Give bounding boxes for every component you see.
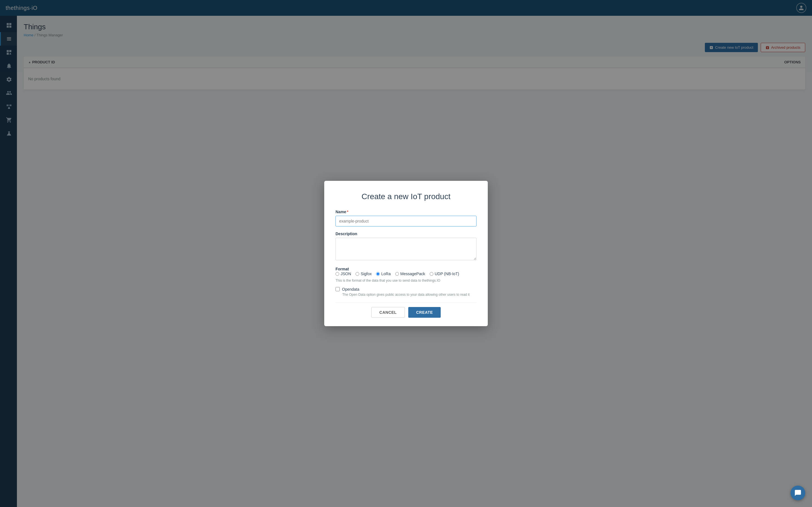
opendata-checkbox[interactable] [336, 287, 340, 291]
name-field-group: Name* [336, 210, 476, 226]
format-udp-radio[interactable] [430, 272, 434, 276]
format-label: Format [336, 267, 349, 271]
create-button[interactable]: CREATE [408, 307, 441, 318]
cancel-button[interactable]: CANCEL [371, 307, 405, 318]
name-input[interactable] [336, 216, 476, 226]
description-field-group: Description [336, 231, 476, 262]
modal-overlay: Create a new IoT product Name* Descripti… [0, 0, 812, 507]
chat-button[interactable] [791, 486, 805, 500]
format-hint: This is the format of the data that you … [336, 279, 476, 283]
description-label: Description [336, 231, 476, 236]
format-sigfox[interactable]: Sigfox [356, 272, 371, 276]
format-json[interactable]: JSON [336, 272, 351, 276]
format-messagepack-radio[interactable] [395, 272, 399, 276]
format-udp-nb-iot[interactable]: UDP (NB-IoT) [430, 272, 459, 276]
name-label: Name* [336, 210, 476, 214]
format-sigfox-radio[interactable] [356, 272, 359, 276]
format-lora[interactable]: LoRa [376, 272, 391, 276]
opendata-section: Opendata The Open Data option gives publ… [336, 287, 476, 297]
opendata-hint: The Open Data option gives public access… [342, 293, 476, 297]
format-json-radio[interactable] [336, 272, 339, 276]
opendata-checkbox-label[interactable]: Opendata [336, 287, 476, 291]
modal-footer: CANCEL CREATE [336, 302, 476, 318]
format-messagepack[interactable]: MessagePack [395, 272, 425, 276]
description-input[interactable] [336, 238, 476, 260]
create-product-modal: Create a new IoT product Name* Descripti… [324, 181, 488, 326]
format-options: JSON Sigfox LoRa MessagePack UDP (NB-IoT… [336, 272, 459, 276]
format-lora-radio[interactable] [376, 272, 380, 276]
modal-title: Create a new IoT product [336, 192, 476, 201]
required-indicator: * [347, 210, 348, 214]
format-section: Format JSON Sigfox LoRa MessagePack [336, 267, 476, 283]
